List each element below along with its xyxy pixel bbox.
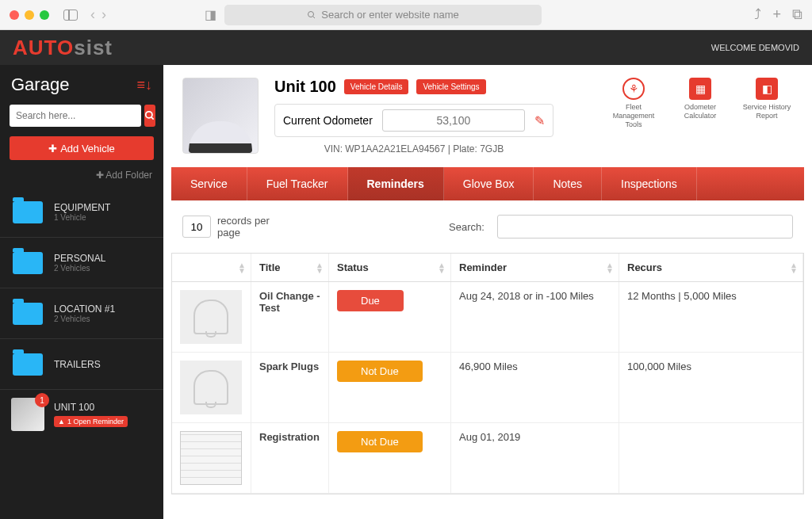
calculator-icon: ▦ [689,78,711,100]
main-panel: Unit 100 Vehicle Details Vehicle Setting… [163,65,812,519]
folder-icon [13,201,43,223]
tab-fuel-tracker[interactable]: Fuel Tracker [247,167,348,200]
shield-icon[interactable]: ◨ [205,7,216,22]
status-badge: Not Due [337,361,423,382]
logo[interactable]: AUTOsist [13,36,113,60]
sort-icon[interactable]: ≡↓ [136,77,152,93]
th-status[interactable]: Status▲▼ [329,254,451,281]
folder-icon [13,353,43,376]
share-icon[interactable]: ⤴ [754,6,761,23]
new-tab-icon[interactable]: + [772,6,781,23]
records-per-page-select[interactable] [182,216,211,238]
odometer-calculator-tool[interactable]: ▦ Odometer Calculator [674,78,726,155]
vehicle-image[interactable] [182,78,259,154]
sidebar-folder-location1[interactable]: LOCATION #1 2 Vehicles [0,288,163,339]
sidebar-search-input[interactable] [10,105,141,127]
plus-icon: ✚ [48,143,57,155]
tab-notes[interactable]: Notes [534,167,602,200]
bell-icon [180,361,242,414]
svg-point-0 [308,11,314,17]
status-badge: Due [337,290,404,311]
th-reminder[interactable]: Reminder▲▼ [451,254,619,281]
search-icon [307,10,316,20]
sidebar: Garage ≡↓ ✚ Add Vehicle ✚ Add Folder EQU… [0,65,163,519]
th-title[interactable]: Title▲▼ [251,254,329,281]
sidebar-folder-trailers[interactable]: TRAILERS [0,339,163,390]
maximize-window[interactable] [40,10,49,20]
table-search-input[interactable] [497,215,793,239]
fleet-management-tool[interactable]: ⚘ Fleet Management Tools [607,78,660,155]
sidebar-folder-personal[interactable]: PERSONAL 2 Vehicles [0,238,163,288]
table-search-label: Search: [449,221,485,233]
svg-point-2 [146,112,152,118]
search-icon [144,110,155,121]
svg-line-1 [313,16,316,18]
edit-icon[interactable]: ✎ [534,113,545,128]
reminders-table: ▲▼ Title▲▼ Status▲▼ Reminder▲▼ Recurs▲▼ … [171,253,804,494]
fleet-icon: ⚘ [622,78,645,100]
sidebar-folder-equipment[interactable]: EQUIPMENT 1 Vehicle [0,187,163,238]
add-vehicle-button[interactable]: ✚ Add Vehicle [10,136,154,160]
reminder-badge: 1 [35,393,49,407]
browser-chrome: ‹ › ◨ Search or enter website name ⤴ + ⧉ [0,0,812,30]
tabs: Service Fuel Tracker Reminders Glove Box… [171,167,804,200]
window-controls [10,10,49,20]
url-placeholder: Search or enter website name [321,9,458,21]
svg-line-3 [151,117,154,120]
status-badge: Not Due [337,431,423,452]
vin-plate-text: VIN: WP1AA2A21ELA94567 | Plate: 7GJB [274,143,553,155]
tab-reminders[interactable]: Reminders [348,167,444,200]
tab-glove-box[interactable]: Glove Box [444,167,534,200]
vehicle-title: Unit 100 [274,78,336,96]
vehicle-header: Unit 100 Vehicle Details Vehicle Setting… [163,65,812,167]
warning-icon: ▲ [58,418,65,426]
history-icon: ◧ [756,78,778,100]
close-window[interactable] [10,10,19,20]
plus-icon: ✚ [96,170,104,181]
url-bar[interactable]: Search or enter website name [224,5,542,25]
sidebar-search-button[interactable] [144,105,155,127]
add-folder-button[interactable]: ✚ Add Folder [0,170,163,187]
tabs-icon[interactable]: ⧉ [792,6,802,23]
table-row[interactable]: Oil Change - Test Due Aug 24, 2018 or in… [172,282,803,353]
table-row[interactable]: Registration Not Due Aug 01, 2019 [172,423,803,494]
odometer-input[interactable] [382,109,525,132]
tab-inspections[interactable]: Inspections [602,167,697,200]
vehicle-settings-button[interactable]: Vehicle Settings [416,79,485,94]
folder-icon [13,303,43,325]
welcome-text: WELCOME DEMOVID [711,43,799,52]
th-recurs[interactable]: Recurs▲▼ [619,254,803,281]
folder-icon [13,252,43,274]
records-label: records per page [217,215,292,239]
tab-service[interactable]: Service [171,167,247,200]
vehicle-details-button[interactable]: Vehicle Details [344,79,409,94]
th-image[interactable]: ▲▼ [172,254,251,281]
app-header: AUTOsist WELCOME DEMOVID [0,30,812,65]
table-controls: records per page Search: [163,200,812,253]
sidebar-vehicle-unit100[interactable]: 1 UNIT 100 ▲ 1 Open Reminder [0,390,163,439]
minimize-window[interactable] [25,10,34,20]
odometer-label: Current Odometer [283,114,373,127]
document-thumbnail [180,431,242,485]
bell-icon [180,290,242,344]
back-arrow-icon[interactable]: ‹ [90,6,95,23]
open-reminder-badge[interactable]: ▲ 1 Open Reminder [54,416,128,427]
forward-arrow-icon[interactable]: › [102,6,106,23]
table-row[interactable]: Spark Plugs Not Due 46,900 Miles 100,000… [172,353,803,423]
sidebar-toggle-icon[interactable] [63,10,78,21]
garage-title: Garage [11,74,69,95]
service-history-tool[interactable]: ◧ Service History Report [741,78,793,155]
vehicle-thumbnail: 1 [11,398,44,431]
table-header: ▲▼ Title▲▼ Status▲▼ Reminder▲▼ Recurs▲▼ [172,254,803,282]
